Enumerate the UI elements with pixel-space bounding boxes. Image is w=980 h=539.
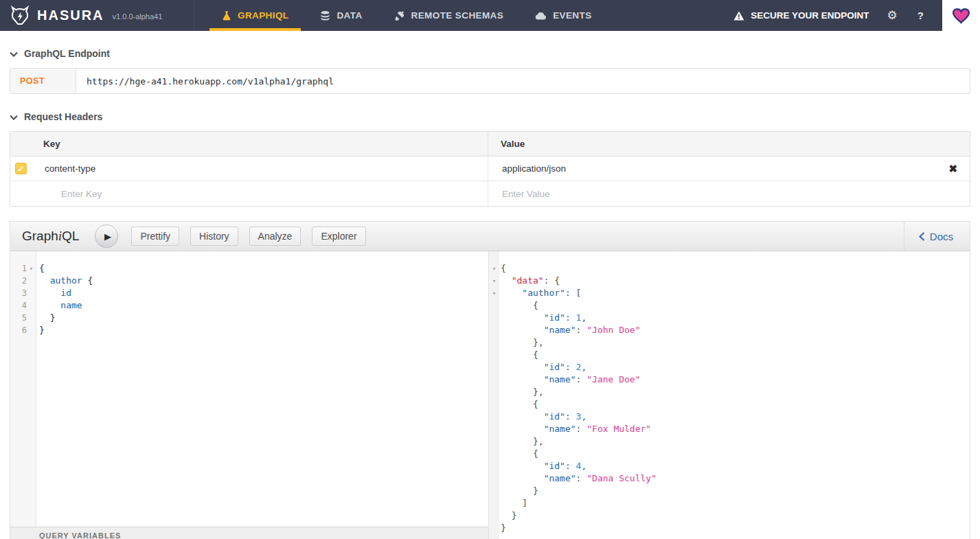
- brand-name: HASURA: [37, 8, 104, 23]
- new-header-row: [10, 181, 970, 206]
- cloud-icon: [535, 12, 547, 20]
- execute-query-button[interactable]: ▶: [95, 225, 118, 248]
- code-line: {: [501, 349, 970, 361]
- endpoint-url[interactable]: https://hge-a41.herokuapp.com/v1alpha1/g…: [76, 69, 334, 93]
- nav-tab-label: EVENTS: [553, 10, 591, 21]
- database-icon: [320, 10, 330, 21]
- code-line: "author": [: [501, 287, 970, 299]
- key-column-header: Key: [38, 132, 488, 156]
- query-code[interactable]: { author { id name }}: [36, 251, 488, 527]
- fold-toggle[interactable]: ▾: [489, 262, 499, 275]
- code-line: name: [39, 299, 488, 312]
- result-gutter: ▾▾▾: [489, 251, 499, 539]
- code-line: }: [39, 324, 488, 336]
- prettify-button[interactable]: Prettify: [131, 227, 179, 246]
- nav-tab-graphiql[interactable]: GRAPHIQL: [209, 0, 301, 31]
- code-line: "id": 4,: [501, 460, 970, 472]
- chevron-down-icon: [10, 111, 18, 122]
- query-variables-bar[interactable]: QUERY VARIABLES: [10, 527, 488, 539]
- nav-tab-data[interactable]: DATA: [308, 0, 374, 31]
- result-pane: ▾▾▾ { "data": { "author": [ { "id": 1, "…: [489, 251, 970, 539]
- graphiql-logo: GraphiQL: [22, 229, 79, 244]
- query-variables-title: QUERY VARIABLES: [39, 531, 121, 539]
- code-line: },: [501, 336, 970, 349]
- gutter-line: 5: [10, 312, 36, 324]
- nav-right: SECURE YOUR ENDPOINT ⚙ ?: [733, 0, 980, 31]
- nav-tab-remote-schemas[interactable]: REMOTE SCHEMAS: [382, 0, 516, 31]
- docs-button[interactable]: Docs: [904, 222, 970, 251]
- code-line: author {: [39, 275, 488, 287]
- header-row-content-type: ✓ ✖: [10, 157, 970, 181]
- fold-toggle[interactable]: ▾: [489, 275, 499, 287]
- code-line: {: [501, 398, 970, 411]
- docs-label: Docs: [930, 231, 953, 242]
- endpoint-box: POST https://hge-a41.herokuapp.com/v1alp…: [10, 68, 970, 94]
- graphiql-toolbar: GraphiQL ▶ Prettify History Analyze Expl…: [10, 222, 970, 251]
- gutter-line: 3: [10, 287, 36, 299]
- code-line: "name": "Jane Doe": [501, 374, 970, 386]
- graphiql-body: 1▾23456 { author { id name }} QUERY VARI…: [10, 251, 970, 539]
- code-line: "id": 1,: [501, 312, 970, 324]
- top-navbar: HASURA v1.0.0-alpha41 GRAPHIQL DATA REMO…: [0, 0, 980, 31]
- heart-icon: [952, 8, 970, 24]
- nav-tab-label: GRAPHIQL: [238, 10, 288, 21]
- plug-icon: [394, 10, 405, 21]
- header-key-input[interactable]: [43, 157, 466, 181]
- code-line: ]: [501, 497, 970, 509]
- gutter-line: 2: [10, 275, 36, 287]
- explorer-button[interactable]: Explorer: [312, 227, 365, 246]
- query-editor-gutter: 1▾23456: [10, 251, 36, 527]
- play-icon: ▶: [104, 231, 111, 242]
- code-line: "name": "Fox Mulder": [501, 423, 970, 435]
- hasura-logo-icon: [10, 5, 30, 26]
- love-button[interactable]: [942, 0, 980, 31]
- gutter-line: 6: [10, 324, 36, 336]
- warning-icon: [733, 11, 744, 21]
- new-header-key-input[interactable]: [43, 181, 466, 206]
- header-value-input[interactable]: [501, 157, 946, 181]
- fold-toggle[interactable]: 1▾: [10, 262, 36, 275]
- nav-tab-label: REMOTE SCHEMAS: [411, 10, 504, 21]
- flask-icon: [222, 10, 231, 21]
- code-line: "data": {: [501, 275, 970, 287]
- query-editor[interactable]: 1▾23456 { author { id name }}: [10, 251, 488, 527]
- code-line: {: [501, 448, 970, 460]
- endpoint-section-title: GraphQL Endpoint: [24, 48, 110, 59]
- gutter-line: 4: [10, 299, 36, 312]
- code-line: {: [501, 299, 970, 312]
- headers-table-header-row: Key Value: [10, 132, 970, 157]
- http-method-label: POST: [10, 69, 76, 93]
- code-line: }: [501, 522, 970, 534]
- headers-section-title: Request Headers: [24, 111, 102, 122]
- new-header-value-input[interactable]: [501, 181, 946, 206]
- brand-area[interactable]: HASURA v1.0.0-alpha41: [0, 0, 194, 31]
- code-line: "id": 3,: [501, 411, 970, 423]
- nav-tab-label: DATA: [337, 10, 362, 21]
- request-headers-table: Key Value ✓ ✖: [10, 131, 970, 207]
- query-pane: 1▾23456 { author { id name }} QUERY VARI…: [10, 251, 489, 539]
- remove-header-button[interactable]: ✖: [948, 163, 957, 175]
- endpoint-section-header[interactable]: GraphQL Endpoint: [10, 48, 970, 59]
- value-column-header: Value: [488, 132, 970, 156]
- version-label: v1.0.0-alpha41: [113, 12, 163, 21]
- header-enabled-checkbox[interactable]: ✓: [15, 163, 27, 174]
- result-viewer: { "data": { "author": [ { "id": 1, "name…: [499, 251, 970, 539]
- headers-section-header[interactable]: Request Headers: [10, 111, 970, 122]
- secure-endpoint-button[interactable]: SECURE YOUR ENDPOINT: [733, 10, 869, 21]
- code-line: }: [39, 312, 488, 324]
- code-line: "name": "John Doe": [501, 324, 970, 336]
- code-line: {: [501, 262, 970, 275]
- nav-tab-events[interactable]: EVENTS: [523, 0, 604, 31]
- code-line: }: [501, 485, 970, 497]
- secure-endpoint-label: SECURE YOUR ENDPOINT: [751, 10, 869, 21]
- nav-tabs: GRAPHIQL DATA REMOTE SCHEMAS EVENTS: [194, 0, 611, 31]
- chevron-down-icon: [10, 48, 18, 59]
- code-line: {: [39, 262, 488, 275]
- fold-toggle[interactable]: ▾: [489, 287, 499, 299]
- history-button[interactable]: History: [190, 227, 238, 246]
- settings-gear-icon[interactable]: ⚙: [887, 8, 898, 23]
- help-button[interactable]: ?: [918, 10, 924, 21]
- analyze-button[interactable]: Analyze: [249, 227, 301, 246]
- code-line: },: [501, 386, 970, 398]
- code-line: },: [501, 435, 970, 448]
